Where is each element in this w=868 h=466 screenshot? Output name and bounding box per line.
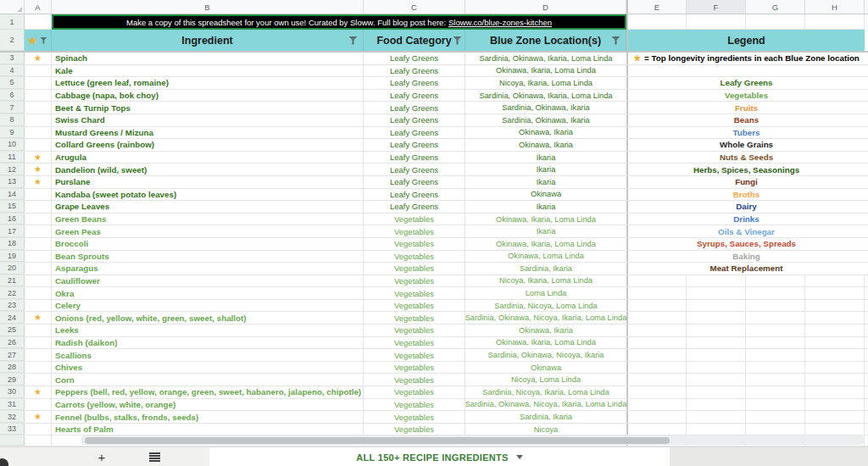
ingredient-cell[interactable]: Mustard Greens / Mizuna — [52, 127, 364, 139]
cell-f[interactable] — [687, 300, 746, 312]
star-cell[interactable] — [25, 399, 52, 411]
ingredient-cell[interactable]: Cabbage (napa, bok choy) — [52, 90, 364, 102]
ingredient-cell[interactable]: Green Beans — [52, 214, 364, 225]
star-cell[interactable] — [25, 90, 52, 102]
category-cell[interactable]: Leafy Greens — [364, 127, 465, 139]
locations-cell[interactable]: Nicoya — [465, 424, 626, 435]
locations-cell[interactable]: Sardinia, Okinawa, Nicoya, Ikaria — [465, 349, 626, 361]
row-header[interactable]: 12 — [0, 164, 25, 175]
cell-h[interactable] — [805, 337, 865, 349]
locations-cell[interactable]: Okinawa, Ikaria — [465, 127, 626, 139]
cell-g[interactable] — [746, 312, 805, 324]
category-cell[interactable]: Vegetables — [364, 349, 465, 361]
ingredient-cell[interactable]: Kale — [52, 65, 364, 77]
cell-g[interactable] — [746, 374, 805, 386]
row-header[interactable]: 7 — [0, 102, 25, 114]
row-header[interactable]: 5 — [0, 77, 25, 89]
star-cell[interactable] — [25, 424, 52, 435]
cell-f1[interactable] — [687, 14, 746, 30]
row-header[interactable]: 6 — [0, 90, 25, 102]
category-cell[interactable]: Vegetables — [364, 275, 465, 287]
category-cell[interactable]: Vegetables — [364, 214, 465, 225]
legend-cell[interactable]: Syrups, Sauces, Spreads — [628, 238, 868, 250]
cell-h[interactable] — [805, 325, 865, 336]
category-cell[interactable]: Leafy Greens — [364, 102, 465, 114]
ingredient-cell[interactable]: Dandelion (wild, sweet) — [52, 164, 364, 175]
row-header[interactable]: 22 — [0, 287, 25, 299]
legend-cell[interactable] — [628, 65, 868, 77]
star-cell[interactable] — [25, 263, 52, 275]
locations-cell[interactable]: Sardinia, Okinawa, Ikaria — [465, 114, 626, 126]
ingredient-cell[interactable]: Broccoli — [52, 238, 364, 250]
filter-icon[interactable] — [453, 36, 462, 45]
category-cell[interactable]: Vegetables — [364, 325, 465, 336]
ingredient-cell[interactable]: Green Peas — [52, 225, 364, 237]
cell-h[interactable] — [805, 424, 865, 435]
category-cell[interactable]: Leafy Greens — [364, 139, 465, 151]
row-header[interactable] — [0, 435, 25, 445]
ingredient-cell[interactable]: Grape Leaves — [52, 201, 364, 213]
star-cell[interactable] — [25, 139, 52, 151]
category-cell[interactable]: Vegetables — [364, 300, 465, 312]
locations-cell[interactable]: Nicoya, Ikaria, Loma Linda — [465, 77, 626, 89]
locations-cell[interactable]: Sardinia, Ikaria — [465, 263, 626, 275]
category-cell[interactable]: Vegetables — [364, 263, 465, 275]
star-cell[interactable] — [25, 201, 52, 213]
star-cell[interactable]: ★ — [25, 164, 52, 175]
locations-cell[interactable]: Okinawa, Ikaria — [465, 325, 626, 336]
locations-cell[interactable]: Sardinia, Ikaria — [465, 411, 626, 423]
row-header[interactable]: 15 — [0, 201, 25, 213]
ingredient-cell[interactable]: Bean Sprouts — [52, 251, 364, 263]
column-header-g[interactable]: G — [746, 0, 805, 14]
header-cell-food-category[interactable]: Food Category — [364, 30, 465, 51]
star-cell[interactable] — [25, 435, 52, 445]
category-cell[interactable]: Vegetables — [364, 238, 465, 250]
cell-f[interactable] — [687, 337, 746, 349]
legend-cell[interactable]: Leafy Greens — [628, 77, 868, 89]
ingredient-cell[interactable]: Spinach — [52, 53, 364, 64]
cell-f[interactable] — [687, 349, 746, 361]
locations-cell[interactable]: Sardinia, Nicoya, Loma Linda — [465, 300, 626, 312]
locations-cell[interactable]: Okinawa, Ikaria — [465, 139, 626, 151]
legend-cell[interactable]: Drinks — [628, 214, 868, 225]
ingredient-cell[interactable]: Onions (red, yellow, white, green, sweet… — [52, 312, 364, 324]
cell-e[interactable] — [628, 374, 687, 386]
category-cell[interactable]: Leafy Greens — [364, 90, 465, 102]
star-cell[interactable] — [25, 225, 52, 237]
banner-link[interactable]: Sloww.co/blue-zones-kitchen — [448, 18, 552, 27]
cell-h[interactable] — [805, 399, 865, 411]
ingredient-cell[interactable]: Carrots (yellow, white, orange) — [52, 399, 364, 411]
cell-f[interactable] — [687, 312, 746, 324]
cell-h[interactable] — [805, 312, 865, 324]
select-all-corner[interactable] — [0, 0, 25, 14]
column-header-d[interactable]: D — [465, 0, 626, 14]
filter-icon[interactable] — [40, 37, 47, 44]
row-header[interactable]: 29 — [0, 374, 25, 386]
star-cell[interactable] — [25, 275, 52, 287]
ingredient-cell[interactable]: Lettuce (green leaf, romaine) — [52, 77, 364, 89]
cell-e[interactable] — [628, 411, 687, 423]
ingredient-cell[interactable]: Hearts of Palm — [52, 424, 364, 435]
ingredient-cell[interactable]: Cauliflower — [52, 275, 364, 287]
locations-cell[interactable]: Ikaria — [465, 176, 626, 188]
add-sheet-button[interactable]: + — [92, 447, 112, 466]
row-header[interactable]: 28 — [0, 362, 25, 374]
category-cell[interactable]: Vegetables — [364, 411, 465, 423]
locations-cell[interactable]: Sardinia, Okinawa, Ikaria, Loma Linda — [465, 90, 626, 102]
header-cell-locations[interactable]: Blue Zone Location(s) — [465, 30, 626, 51]
locations-cell[interactable]: Ikaria — [465, 152, 626, 164]
cell-e[interactable] — [628, 287, 687, 299]
row-header[interactable]: 13 — [0, 176, 25, 188]
star-cell[interactable]: ★ — [25, 411, 52, 423]
locations-cell[interactable]: Okinawa — [465, 189, 626, 201]
legend-cell[interactable]: Vegetables — [628, 90, 868, 102]
cell-f[interactable] — [687, 424, 746, 435]
row-header[interactable]: 18 — [0, 238, 25, 250]
category-cell[interactable]: Vegetables — [364, 362, 465, 374]
cell-g[interactable] — [746, 362, 805, 374]
row-header[interactable]: 2 — [0, 30, 25, 51]
cell-e[interactable] — [628, 337, 687, 349]
locations-cell[interactable]: Ikaria — [465, 201, 626, 213]
horizontal-scrollbar-thumb[interactable] — [85, 437, 670, 444]
ingredient-cell[interactable]: Okra — [52, 287, 364, 299]
